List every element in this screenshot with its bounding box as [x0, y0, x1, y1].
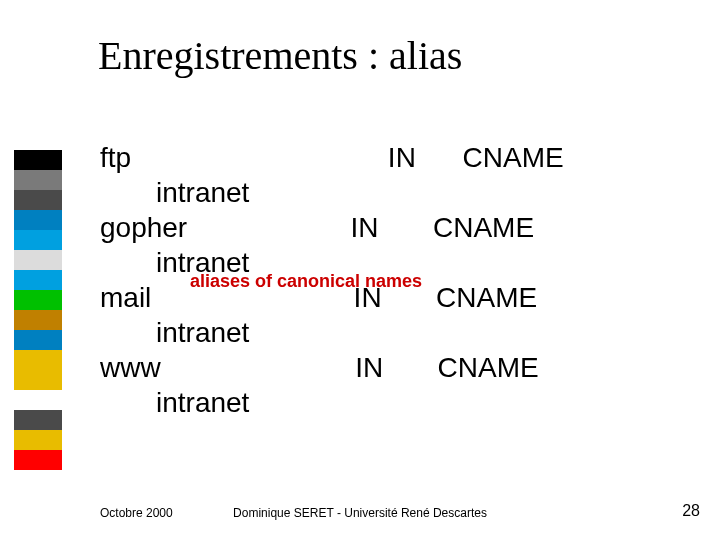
sidebar-band: [14, 190, 62, 210]
sidebar-band: [14, 430, 62, 450]
sidebar-band: [14, 370, 62, 390]
dns-record-line: mail IN CNAMEaliases of canonical names: [100, 280, 660, 315]
sidebar-band: [14, 250, 62, 270]
decorative-sidebar: [14, 150, 62, 470]
sidebar-band: [14, 230, 62, 250]
footer-page-number: 28: [682, 502, 700, 520]
footer-date: Octobre 2000: [100, 506, 173, 520]
sidebar-band: [14, 150, 62, 170]
sidebar-band: [14, 290, 62, 310]
sidebar-band: [14, 210, 62, 230]
sidebar-band: [14, 450, 62, 470]
sidebar-band: [14, 330, 62, 350]
sidebar-band: [14, 270, 62, 290]
sidebar-band: [14, 390, 62, 410]
footer-author: Dominique SERET - Université René Descar…: [233, 506, 487, 520]
sidebar-band: [14, 310, 62, 330]
dns-record-target: intranet: [100, 315, 660, 350]
annotation-aliases: aliases of canonical names: [190, 270, 422, 293]
sidebar-band: [14, 170, 62, 190]
dns-record-line: gopher IN CNAME: [100, 210, 660, 245]
sidebar-band: [14, 410, 62, 430]
dns-record-target: intranet: [100, 385, 660, 420]
sidebar-band: [14, 350, 62, 370]
slide-title: Enregistrements : alias: [98, 32, 462, 79]
dns-record-line: www IN CNAME: [100, 350, 660, 385]
dns-record-target: intranet: [100, 175, 660, 210]
slide-body: ftp IN CNAMEintranetgopher IN CNAMEintra…: [100, 140, 660, 420]
dns-record-line: ftp IN CNAME: [100, 140, 660, 175]
slide: Enregistrements : alias ftp IN CNAMEintr…: [0, 0, 720, 540]
